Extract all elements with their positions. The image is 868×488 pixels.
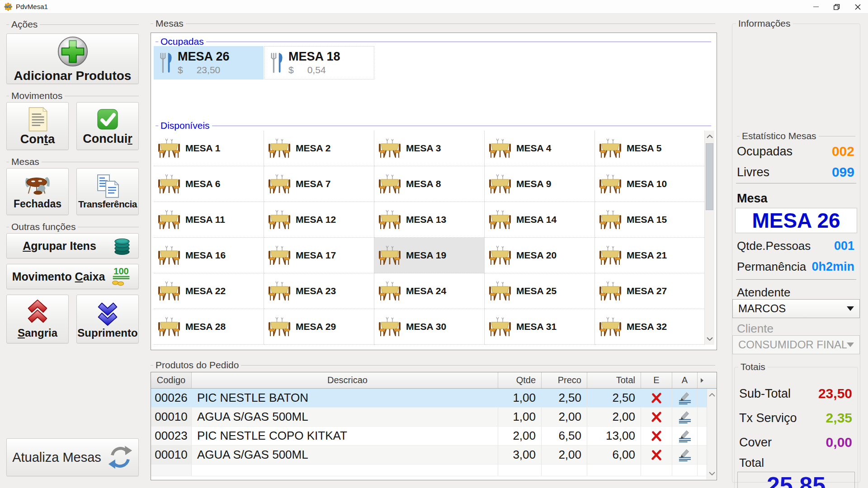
- cell-preco: 6,50: [542, 427, 587, 445]
- movimento-caixa-button[interactable]: Movimento Caixa 100: [6, 264, 139, 289]
- coin-stack-icon: [112, 236, 132, 256]
- available-table-cell[interactable]: MESA 3: [374, 131, 485, 166]
- delete-item-icon[interactable]: [650, 411, 663, 423]
- add-products-button[interactable]: Adicionar Produtos: [6, 33, 139, 84]
- suprimento-label: Suprimento: [77, 327, 137, 339]
- concluir-label: Concluir: [83, 132, 132, 146]
- available-table-cell[interactable]: MESA 9: [485, 166, 595, 202]
- available-table-name: MESA 22: [185, 286, 226, 296]
- conta-button[interactable]: Conta: [6, 102, 69, 150]
- header-total[interactable]: Total: [587, 372, 641, 388]
- agrupar-itens-label: Agrupar Itens: [7, 239, 112, 253]
- stat-row: Ocupadas 002: [732, 141, 860, 162]
- available-table-cell[interactable]: MESA 12: [264, 202, 374, 238]
- restore-button[interactable]: [826, 0, 847, 14]
- available-table-cell[interactable]: MESA 8: [374, 166, 485, 202]
- fechadas-label: Fechadas: [14, 198, 61, 210]
- available-table-cell[interactable]: MESA 11: [154, 202, 264, 238]
- section-label-outras-funcoes: Outras funções: [6, 221, 139, 232]
- fork-knife-icon: [269, 52, 284, 74]
- occupied-table-name: MESA 26: [178, 50, 230, 63]
- close-button[interactable]: [847, 0, 868, 14]
- header-descricao[interactable]: Descricao: [192, 372, 498, 388]
- table-corner-button[interactable]: [698, 372, 707, 388]
- titlebar: WD PdvMesa1: [0, 0, 868, 14]
- available-table-cell[interactable]: MESA 17: [264, 238, 374, 273]
- edit-item-icon[interactable]: [678, 392, 692, 404]
- scroll-down-icon[interactable]: [705, 334, 714, 343]
- available-table-cell[interactable]: MESA 28: [154, 309, 264, 345]
- table-header: Codigo Descricao Qtde Preco Total E A: [151, 372, 717, 389]
- available-table-cell[interactable]: MESA 5: [595, 131, 705, 166]
- cell-codigo: 00010: [151, 446, 192, 464]
- occupied-table-tile[interactable]: MESA 26 $ 23,50: [154, 46, 264, 80]
- available-table-cell[interactable]: MESA 6: [154, 166, 264, 202]
- header-alterar[interactable]: A: [672, 372, 698, 388]
- scrollbar-thumb[interactable]: [706, 143, 713, 210]
- occupied-table-tile[interactable]: MESA 18 $ 0,54: [264, 46, 374, 80]
- available-table-cell[interactable]: MESA 16: [154, 238, 264, 273]
- scroll-down-icon[interactable]: [707, 469, 717, 478]
- cell-total: 2,00: [587, 408, 641, 426]
- minimize-button[interactable]: [806, 0, 826, 14]
- available-table-cell[interactable]: MESA 13: [374, 202, 485, 238]
- available-table-cell[interactable]: MESA 2: [264, 131, 374, 166]
- edit-item-icon[interactable]: [678, 411, 692, 423]
- available-table-cell[interactable]: MESA 19: [374, 238, 485, 273]
- delete-item-icon[interactable]: [650, 392, 663, 404]
- dining-table-icon: [158, 281, 180, 301]
- available-table-cell[interactable]: MESA 7: [264, 166, 374, 202]
- stat-value: 099: [832, 164, 854, 180]
- cell-codigo: 00010: [151, 408, 192, 426]
- delete-item-icon[interactable]: [650, 449, 663, 461]
- available-table-cell[interactable]: MESA 30: [374, 309, 485, 345]
- delete-item-icon[interactable]: [650, 430, 663, 442]
- total-line-row: Cover 0,00: [735, 430, 858, 455]
- occupied-table-amount: 23,50: [197, 65, 221, 75]
- available-table-cell[interactable]: MESA 20: [485, 238, 595, 273]
- header-qtde[interactable]: Qtde: [498, 372, 542, 388]
- atendente-select[interactable]: MARCOS: [732, 299, 860, 318]
- available-table-cell[interactable]: MESA 29: [264, 309, 374, 345]
- header-codigo[interactable]: Codigo: [151, 372, 192, 388]
- mesas-scrollbar[interactable]: [704, 131, 714, 345]
- suprimento-button[interactable]: Suprimento: [76, 295, 139, 343]
- header-preco[interactable]: Preco: [542, 372, 587, 388]
- available-table-cell[interactable]: MESA 27: [595, 273, 705, 309]
- minimize-icon: [813, 6, 819, 7]
- header-excluir[interactable]: E: [641, 372, 672, 388]
- concluir-button[interactable]: Concluir: [76, 102, 139, 150]
- transferencia-button[interactable]: Transferência: [76, 168, 139, 215]
- scroll-up-icon[interactable]: [707, 390, 717, 399]
- movimento-caixa-label: Movimento Caixa: [7, 270, 110, 283]
- available-table-name: MESA 11: [185, 214, 225, 225]
- available-table-cell[interactable]: MESA 25: [485, 273, 595, 309]
- available-table-cell[interactable]: MESA 15: [595, 202, 705, 238]
- dining-table-icon: [599, 174, 621, 194]
- edit-item-icon[interactable]: [678, 449, 692, 461]
- available-table-cell[interactable]: MESA 21: [595, 238, 705, 273]
- available-table-cell[interactable]: MESA 23: [264, 273, 374, 309]
- section-label-mesas: Mesas: [6, 156, 139, 167]
- total-line-label: Cover: [739, 436, 772, 450]
- available-table-cell[interactable]: MESA 14: [485, 202, 595, 238]
- available-table-cell[interactable]: MESA 31: [485, 309, 595, 345]
- available-table-cell[interactable]: MESA 24: [374, 273, 485, 309]
- available-table-cell[interactable]: MESA 32: [595, 309, 705, 345]
- table-row[interactable]: 00023 PIC NESTLE COPO KITKAT 2,00 6,50 1…: [151, 427, 717, 446]
- available-table-cell[interactable]: MESA 4: [485, 131, 595, 166]
- agrupar-itens-button[interactable]: Agrupar Itens: [6, 233, 139, 258]
- table-scrollbar[interactable]: [707, 389, 717, 479]
- fechadas-button[interactable]: Fechadas: [6, 168, 69, 215]
- available-table-cell[interactable]: MESA 10: [595, 166, 705, 202]
- table-row[interactable]: 00010 AGUA S/GAS 500ML 3,00 2,00 6,00: [151, 446, 717, 465]
- available-table-cell[interactable]: MESA 22: [154, 273, 264, 309]
- table-row[interactable]: 00010 AGUA S/GAS 500ML 1,00 2,00 2,00: [151, 408, 717, 427]
- scroll-up-icon[interactable]: [705, 132, 714, 141]
- sangria-button[interactable]: Sangria: [6, 295, 69, 343]
- currency-symbol: $: [288, 65, 294, 75]
- atualiza-mesas-button[interactable]: Atualiza Mesas: [6, 438, 139, 476]
- edit-item-icon[interactable]: [678, 430, 692, 442]
- table-row[interactable]: 00026 PIC NESTLE BATON 1,00 2,50 2,50: [151, 389, 717, 408]
- available-table-cell[interactable]: MESA 1: [154, 131, 264, 166]
